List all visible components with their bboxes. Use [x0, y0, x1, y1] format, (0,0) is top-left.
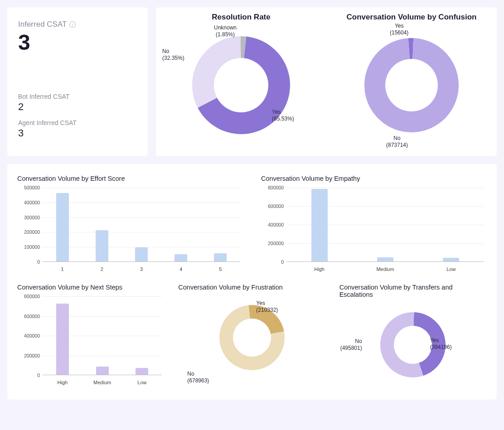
transfers-block: Conversation Volume by Transfers and Esc…	[339, 284, 487, 392]
y-tick: 400000	[17, 200, 40, 205]
y-tick: 800000	[261, 185, 284, 190]
x-tick: Medium	[93, 380, 111, 385]
chart-title: Conversation Volume by Empathy	[261, 175, 487, 182]
chart-label: Yes(65.53%)	[272, 109, 294, 122]
agent-csat-value: 3	[18, 127, 137, 139]
frustration-block: Conversation Volume by Frustration Yes(2…	[178, 284, 325, 392]
y-tick: 0	[17, 259, 40, 265]
x-tick: High	[314, 266, 325, 272]
chart-label: No(678963)	[187, 371, 209, 384]
y-tick: 400000	[17, 333, 40, 338]
csat-title: Inferred CSAT	[18, 20, 67, 29]
bar	[56, 193, 69, 261]
y-tick: 800000	[17, 294, 40, 299]
transfers-chart: Yes(394196)No(495801)	[339, 302, 487, 392]
csat-title-row: Inferred CSAT i	[18, 20, 137, 29]
chart-title: Conversation Volume by Effort Score	[17, 175, 243, 182]
y-tick: 200000	[17, 353, 40, 358]
y-tick: 0	[261, 259, 284, 265]
agent-csat-label: Agent Inferred CSAT	[18, 119, 137, 126]
bar	[56, 304, 69, 375]
y-tick: 200000	[17, 229, 40, 235]
x-tick: 1	[61, 266, 64, 272]
bar	[443, 258, 459, 261]
y-tick: 500000	[17, 185, 40, 190]
effort-score-chart: 010000020000030000040000050000012345	[17, 186, 243, 272]
info-icon[interactable]: i	[69, 21, 76, 28]
bar	[96, 230, 108, 261]
top-donuts-card: Resolution Rate Unknown(1.85%)No(32.35%)…	[156, 7, 497, 156]
chart-label: No(32.35%)	[162, 48, 184, 62]
x-tick: 4	[179, 266, 182, 272]
chart-label: No(495801)	[340, 338, 362, 352]
y-tick: 400000	[261, 222, 284, 227]
y-tick: 200000	[261, 241, 284, 246]
confusion-chart: Yes(15604)No(873714)	[330, 22, 493, 149]
frustration-chart: Yes(210332)No(678963)	[178, 295, 325, 385]
chart-label: Yes(394196)	[430, 337, 452, 351]
chart-title: Resolution Rate	[160, 13, 323, 22]
x-tick: High	[58, 380, 68, 385]
x-tick: Low	[446, 266, 456, 272]
x-tick: 3	[140, 266, 143, 272]
bar	[377, 257, 393, 261]
next-steps-block: Conversation Volume by Next Steps 020000…	[17, 284, 165, 392]
bar	[174, 254, 187, 261]
resolution-rate-chart: Unknown(1.85%)No(32.35%)Yes(65.53%)	[160, 22, 323, 149]
bottom-card: Conversation Volume by Effort Score 0100…	[7, 164, 497, 400]
x-tick: 5	[219, 266, 222, 272]
chart-label: No(873714)	[386, 135, 408, 149]
donut-segment	[192, 36, 241, 108]
effort-score-block: Conversation Volume by Effort Score 0100…	[17, 175, 243, 272]
chart-title: Conversation Volume by Next Steps	[17, 284, 165, 291]
chart-label: Unknown(1.85%)	[214, 24, 237, 38]
y-tick: 100000	[17, 244, 40, 250]
bot-csat-value: 2	[18, 101, 137, 113]
csat-card: Inferred CSAT i 3 Bot Inferred CSAT 2 Ag…	[7, 7, 148, 156]
x-tick: Medium	[376, 266, 394, 272]
y-tick: 0	[17, 372, 40, 378]
confusion-block: Conversation Volume by Confusion Yes(156…	[326, 7, 497, 156]
bar	[135, 247, 148, 261]
bar	[136, 368, 148, 375]
y-tick: 300000	[17, 215, 40, 220]
bar	[214, 253, 227, 261]
chart-title: Conversation Volume by Confusion	[330, 13, 493, 22]
chart-title: Conversation Volume by Transfers and Esc…	[339, 284, 466, 298]
chart-label: Yes(15604)	[390, 23, 408, 36]
empathy-block: Conversation Volume by Empathy 020000040…	[261, 175, 487, 272]
x-tick: Low	[137, 380, 146, 385]
empathy-chart: 0200000400000600000800000HighMediumLow	[261, 186, 487, 272]
next-steps-chart: 0200000400000600000800000HighMediumLow	[17, 295, 165, 385]
chart-label: Yes(210332)	[256, 300, 278, 314]
bar	[96, 367, 109, 375]
y-tick: 600000	[17, 314, 40, 319]
x-tick: 2	[101, 266, 103, 272]
resolution-rate-block: Resolution Rate Unknown(1.85%)No(32.35%)…	[156, 7, 326, 156]
csat-value: 3	[18, 30, 137, 55]
bar	[311, 189, 328, 261]
chart-title: Conversation Volume by Frustration	[178, 284, 325, 291]
y-tick: 600000	[261, 203, 284, 209]
bot-csat-label: Bot Inferred CSAT	[18, 93, 137, 100]
